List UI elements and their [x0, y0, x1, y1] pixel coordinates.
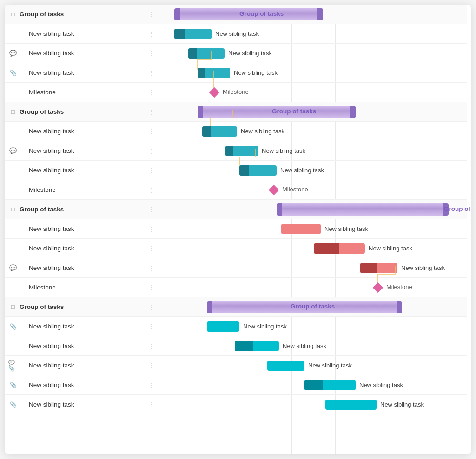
group-bar-cap-left-3	[277, 203, 282, 216]
group-bar-label-2: Group of tasks	[272, 108, 316, 115]
group-row-1[interactable]: Group of tasks ⋮	[5, 5, 160, 24]
task-label-6: New sibling task	[18, 167, 146, 174]
row-menu-g3[interactable]: ⋮	[146, 206, 156, 213]
row-menu-g2[interactable]: ⋮	[146, 108, 156, 116]
row-menu-t4[interactable]: ⋮	[146, 128, 156, 135]
task-row-11[interactable]: New sibling task ⋮	[5, 336, 160, 356]
row-menu-m3[interactable]: ⋮	[146, 284, 156, 291]
row-menu-t6[interactable]: ⋮	[146, 167, 156, 174]
clip-icon-10: 📎	[8, 323, 18, 330]
task-row-2[interactable]: 💬 New sibling task ⋮	[5, 44, 160, 63]
row-menu-t3[interactable]: ⋮	[146, 69, 156, 77]
group-row-4[interactable]: Group of tasks ⋮	[5, 297, 160, 317]
gantt-task-row-12: New sibling task	[160, 356, 467, 375]
group-label-2: Group of tasks	[18, 108, 146, 115]
row-menu-t11[interactable]: ⋮	[146, 342, 156, 350]
task-row-13[interactable]: 📎 New sibling task ⋮	[5, 375, 160, 395]
gantt-group-row-2: Group of tasks	[160, 102, 467, 122]
task-label-13: New sibling task	[18, 381, 146, 388]
task-bar-label-3: New sibling task	[234, 69, 278, 76]
expand-icon-4[interactable]	[8, 303, 18, 310]
task-row-6[interactable]: New sibling task ⋮	[5, 161, 160, 180]
task-label-1: New sibling task	[18, 30, 146, 37]
task-bar-label-5: New sibling task	[262, 147, 305, 154]
group-bar-label-3: Group of tasks	[444, 205, 471, 212]
task-bar-6-dark	[239, 165, 249, 176]
milestone-row-2[interactable]: Milestone ⋮	[5, 180, 160, 200]
task-row-3[interactable]: 📎 New sibling task ⋮	[5, 63, 160, 83]
row-menu-t13[interactable]: ⋮	[146, 381, 156, 389]
chat-clip-icon-12: 💬📎	[8, 360, 18, 372]
group-row-2[interactable]: Group of tasks ⋮	[5, 102, 160, 122]
group-bar-cap-left-4	[207, 301, 212, 313]
gantt-task-row-3: New sibling task	[160, 63, 467, 83]
task-bar-14[interactable]	[325, 400, 377, 410]
task-bar-label-12: New sibling task	[308, 362, 352, 369]
milestone-row-1[interactable]: Milestone ⋮	[5, 83, 160, 102]
task-label-3: New sibling task	[18, 69, 146, 76]
task-row-8[interactable]: New sibling task ⋮	[5, 239, 160, 258]
task-row-5[interactable]: 💬 New sibling task ⋮	[5, 141, 160, 161]
expand-icon-3[interactable]	[8, 206, 18, 213]
task-label-4: New sibling task	[18, 128, 146, 135]
milestone-diamond-1[interactable]	[209, 87, 220, 98]
task-bar-label-7: New sibling task	[324, 225, 368, 232]
row-menu-m1[interactable]: ⋮	[146, 89, 156, 96]
row-menu-1[interactable]: ⋮	[146, 11, 156, 18]
task-bar-13-dark	[304, 380, 323, 390]
row-menu-t2[interactable]: ⋮	[146, 50, 156, 57]
milestone-bar-label-3: Milestone	[386, 283, 412, 290]
expand-icon-2[interactable]	[8, 108, 18, 115]
task-row-12[interactable]: 💬📎 New sibling task ⋮	[5, 356, 160, 375]
gantt-milestone-row-2: Milestone	[160, 180, 467, 200]
task-bar-label-9: New sibling task	[401, 264, 445, 271]
clip-icon-13: 📎	[8, 382, 18, 388]
task-bar-label-8: New sibling task	[369, 245, 412, 252]
row-menu-t9[interactable]: ⋮	[146, 264, 156, 272]
task-bar-8-dark	[314, 243, 339, 254]
row-menu-t8[interactable]: ⋮	[146, 245, 156, 252]
task-bar-label-13: New sibling task	[359, 381, 403, 388]
task-label-14: New sibling task	[18, 401, 146, 408]
chat-icon-9: 💬	[8, 264, 18, 271]
gantt-task-row-4: New sibling task	[160, 122, 467, 141]
task-row-7[interactable]: New sibling task ⋮	[5, 219, 160, 239]
task-bar-5-dark	[225, 146, 233, 156]
group-bar-3[interactable]	[277, 203, 449, 216]
task-row-14[interactable]: 📎 New sibling task ⋮	[5, 395, 160, 414]
task-label-12: New sibling task	[18, 362, 146, 369]
task-bar-10[interactable]	[207, 321, 239, 332]
row-menu-t14[interactable]: ⋮	[146, 401, 156, 408]
task-row-4[interactable]: New sibling task ⋮	[5, 122, 160, 141]
gantt-chart: Group of tasks New sibling task New sibl…	[160, 5, 467, 454]
row-menu-t5[interactable]: ⋮	[146, 147, 156, 155]
task-row-1[interactable]: New sibling task ⋮	[5, 24, 160, 44]
row-menu-t12[interactable]: ⋮	[146, 362, 156, 369]
task-bar-7[interactable]	[281, 224, 321, 234]
task-bar-3-dark	[198, 68, 205, 78]
row-menu-t7[interactable]: ⋮	[146, 225, 156, 233]
group-bar-cap-right-1	[317, 8, 323, 20]
task-bar-label-2: New sibling task	[228, 50, 272, 57]
clip-icon-14: 📎	[8, 401, 18, 408]
gantt-milestone-row-1: Milestone	[160, 83, 467, 102]
milestone-row-3[interactable]: Milestone ⋮	[5, 278, 160, 297]
task-row-10[interactable]: 📎 New sibling task ⋮	[5, 317, 160, 336]
group-bar-cap-left-1	[174, 8, 180, 20]
group-row-3[interactable]: Group of tasks ⋮	[5, 200, 160, 219]
group-label-3: Group of tasks	[18, 206, 146, 213]
row-menu-t1[interactable]: ⋮	[146, 30, 156, 38]
task-bar-label-4: New sibling task	[241, 128, 284, 135]
row-menu-m2[interactable]: ⋮	[146, 186, 156, 194]
task-list-panel: Group of tasks ⋮ New sibling task ⋮ 💬 Ne…	[5, 5, 160, 454]
row-menu-t10[interactable]: ⋮	[146, 323, 156, 330]
task-row-9[interactable]: 💬 New sibling task ⋮	[5, 258, 160, 278]
row-menu-g4[interactable]: ⋮	[146, 303, 156, 311]
milestone-diamond-3[interactable]	[373, 282, 383, 293]
milestone-diamond-2[interactable]	[269, 185, 279, 196]
task-bar-12[interactable]	[267, 361, 304, 371]
expand-icon-1[interactable]	[8, 11, 18, 18]
group-bar-cap-right-4	[397, 301, 402, 313]
gantt-task-row-5: New sibling task	[160, 141, 467, 161]
task-bar-label-1: New sibling task	[215, 30, 259, 37]
